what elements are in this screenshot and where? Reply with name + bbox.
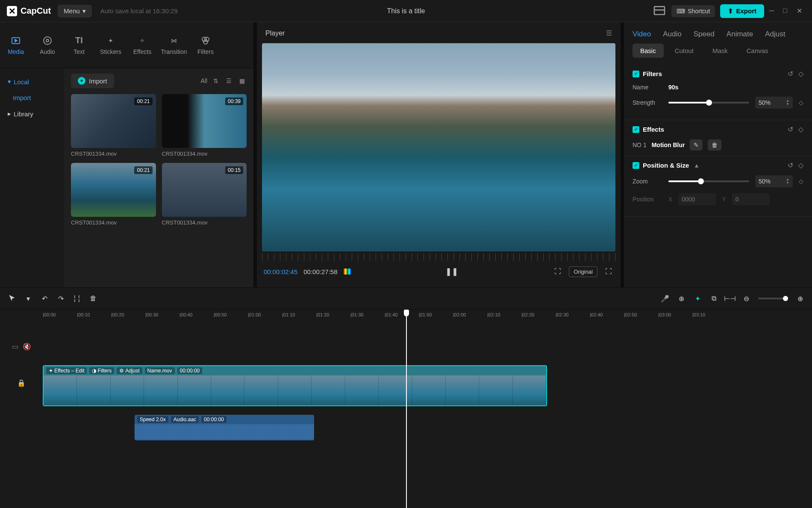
sidebar-local[interactable]: ▾Local <box>0 74 64 90</box>
original-button[interactable]: Original <box>569 266 597 277</box>
collapse-icon[interactable]: ▴ <box>695 161 698 169</box>
link-icon[interactable]: ⊕ <box>677 294 685 303</box>
tab-transition[interactable]: ⋈Transition <box>158 22 190 68</box>
select-tool[interactable] <box>8 294 16 303</box>
rp-tab-speed[interactable]: Speed <box>694 30 715 38</box>
keyframe-icon[interactable]: ◇ <box>799 178 803 185</box>
filters-checkbox[interactable]: ✓ <box>633 71 639 77</box>
video-clip[interactable]: ✦ Effects – Edit ◑ Filters ⚙ Adjust Name… <box>43 365 547 406</box>
timeline-ruler[interactable]: |00:00|00:10|00:20|00:30|00:40|00:50|01:… <box>43 310 812 320</box>
subtab-mask[interactable]: Mask <box>705 44 736 58</box>
fullscreen-icon[interactable]: ⛶ <box>603 266 614 277</box>
effects-checkbox[interactable]: ✓ <box>633 126 639 133</box>
reset-icon[interactable]: ↺ <box>788 70 793 78</box>
shortcut-button[interactable]: ⌨ Shortcut <box>671 5 715 17</box>
align-icon[interactable]: ⊢⊣ <box>726 294 734 303</box>
chain-icon[interactable]: ⧉ <box>709 294 718 303</box>
current-time: 00:00:02:45 <box>264 268 297 275</box>
timeline: ▭ 🔇 🔒 |00:00|00:10|00:20|00:30|00:40|00:… <box>0 310 812 508</box>
delete-effect-button[interactable]: 🗑 <box>708 139 721 151</box>
minimize-button[interactable]: ─ <box>769 7 778 15</box>
edit-effect-button[interactable]: ✎ <box>690 139 703 151</box>
playhead[interactable] <box>406 310 407 508</box>
media-item[interactable]: 00:21CRST001334.mov <box>71 163 156 226</box>
project-title[interactable]: This is a title <box>387 7 425 15</box>
close-button[interactable]: ✕ <box>797 7 805 15</box>
capture-icon[interactable]: ⛶ <box>553 266 563 277</box>
undo-button[interactable]: ↶ <box>40 294 49 303</box>
zoom-out-icon[interactable]: ⊖ <box>742 294 750 303</box>
rp-tab-animate[interactable]: Animate <box>727 30 753 38</box>
audio-speed: Speed 2.0x <box>137 416 168 423</box>
sort-icon[interactable]: ⇅ <box>212 76 220 86</box>
redo-button[interactable]: ↷ <box>56 294 65 303</box>
lock-icon[interactable]: 🔒 <box>17 379 26 387</box>
split-button[interactable]: ╎╎ <box>73 294 81 303</box>
tab-effects[interactable]: ✧Effects <box>127 22 158 68</box>
play-pause-button[interactable]: ❚❚ <box>444 265 460 278</box>
layout-icon[interactable] <box>653 4 666 18</box>
keyframe-icon[interactable]: ◇ <box>798 125 803 133</box>
tab-audio[interactable]: Audio <box>32 22 63 68</box>
export-button[interactable]: ⬆ Export <box>720 4 764 18</box>
import-button[interactable]: + Import <box>71 74 114 88</box>
sidebar-import[interactable]: Import <box>0 90 64 106</box>
media-item[interactable]: 00:39CRST001334.mov <box>162 94 247 157</box>
keyframe-icon[interactable]: ◇ <box>799 99 803 106</box>
media-item[interactable]: 00:21CRST001334.mov <box>71 94 156 157</box>
svg-point-2 <box>44 37 51 44</box>
pos-y-input[interactable]: 0 <box>732 193 770 205</box>
delete-button[interactable]: 🗑 <box>89 294 97 303</box>
player-panel: Player ☰ 00:00:02:45 00:00:27:58 ❚❚ ⛶ Or… <box>257 22 621 287</box>
video-preview[interactable] <box>262 43 615 251</box>
mute-icon[interactable]: 🔇 <box>23 343 31 351</box>
transition-icon: ⋈ <box>169 35 179 46</box>
zoom-slider[interactable] <box>668 180 749 182</box>
pos-x-input[interactable]: 0000 <box>678 193 716 205</box>
subtab-cutout[interactable]: Cutout <box>667 44 701 58</box>
keyframe-icon[interactable]: ◇ <box>798 161 803 169</box>
tab-stickers[interactable]: ✦Stickers <box>95 22 127 68</box>
rp-tab-adjust[interactable]: Adjust <box>765 30 785 38</box>
mic-icon[interactable]: 🎤 <box>661 294 669 303</box>
menu-button[interactable]: Menu ▾ <box>58 5 92 18</box>
reset-icon[interactable]: ↺ <box>788 161 793 169</box>
tab-filters[interactable]: Filters <box>190 22 221 68</box>
svg-rect-0 <box>654 6 665 15</box>
video-track-icon[interactable]: ▭ <box>12 343 18 351</box>
list-view-icon[interactable]: ☰ <box>224 76 233 86</box>
logo-icon: ✕ <box>7 6 17 16</box>
scopes-icon[interactable] <box>344 269 351 275</box>
media-item[interactable]: 00:15CRST001334.mov <box>162 163 247 226</box>
effects-icon: ✧ <box>137 35 147 46</box>
zoom-in-icon[interactable]: ⊕ <box>796 294 804 303</box>
strength-input[interactable]: 50%▲▼ <box>755 97 793 109</box>
reset-icon[interactable]: ↺ <box>788 125 793 133</box>
select-dropdown[interactable]: ▾ <box>24 294 32 303</box>
total-time: 00:00:27:58 <box>303 268 337 275</box>
keyframe-icon[interactable]: ◇ <box>798 70 803 78</box>
plus-icon: + <box>78 77 85 85</box>
filters-section: ✓ Filters ↺◇ Name 90s Strength 50%▲▼ ◇ <box>624 65 812 120</box>
audio-clip[interactable]: Speed 2.0x Audio.aac 00:00:00 <box>135 415 314 440</box>
position-checkbox[interactable]: ✓ <box>633 162 639 169</box>
player-ruler[interactable] <box>262 253 615 261</box>
tab-text[interactable]: TIText <box>63 22 95 68</box>
clip-tag-adjust: ⚙ Adjust <box>117 367 142 374</box>
grid-view-icon[interactable]: ▦ <box>238 76 247 86</box>
maximize-button[interactable]: □ <box>783 7 791 15</box>
clip-tag-filters: ◑ Filters <box>89 367 114 374</box>
subtab-basic[interactable]: Basic <box>633 44 664 58</box>
zoom-slider[interactable] <box>758 298 788 299</box>
subtab-canvas[interactable]: Canvas <box>739 44 776 58</box>
tab-media[interactable]: Media <box>0 22 32 68</box>
sidebar-library[interactable]: ▸Library <box>0 106 64 122</box>
filter-all[interactable]: All <box>200 77 207 84</box>
snap-icon[interactable]: ✦ <box>693 294 702 303</box>
upload-icon: ⬆ <box>728 7 733 15</box>
player-menu-icon[interactable]: ☰ <box>606 29 612 37</box>
rp-tab-audio[interactable]: Audio <box>663 30 681 38</box>
strength-slider[interactable] <box>668 102 749 103</box>
zoom-input[interactable]: 50%▲▼ <box>755 175 793 187</box>
rp-tab-video[interactable]: Video <box>633 30 651 38</box>
